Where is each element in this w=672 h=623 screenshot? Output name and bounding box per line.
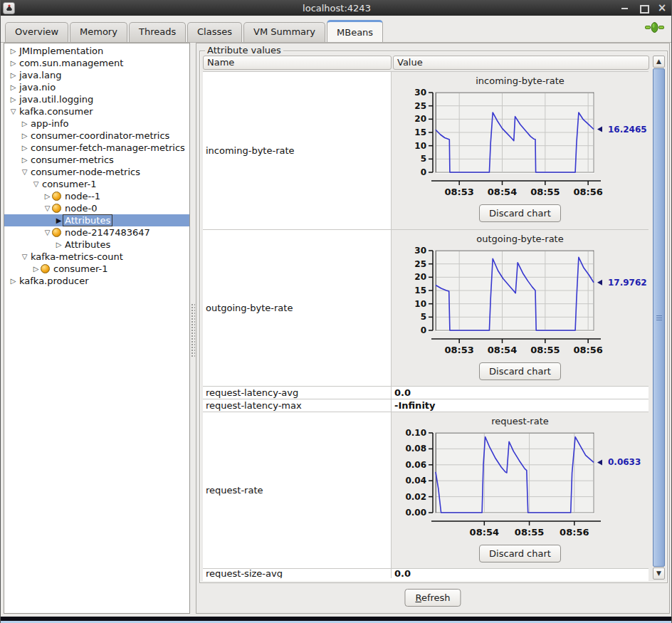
tree-item-label[interactable]: Attributes [63,215,112,226]
tree-item-consumer-metrics[interactable]: ▷consumer-metrics [4,154,189,166]
tree-item-kafka-metrics-count[interactable]: ▽kafka-metrics-count [4,251,189,263]
attr-name[interactable]: request-latency-max [203,399,392,412]
tree-item-label[interactable]: Attributes [63,239,112,250]
tree-item-kafka-producer[interactable]: ▷kafka.producer [4,275,189,287]
tree-item-jmimplementation[interactable]: ▷JMImplementation [4,45,189,57]
minimize-icon[interactable] [620,3,630,13]
tree-item-com-sun-management[interactable]: ▷com.sun.management [4,57,189,69]
tree-item-node-2147483647[interactable]: ▽node-2147483647 [4,226,189,239]
svg-text:08:56: 08:56 [573,345,602,355]
attr-value[interactable]: -Infinity [392,399,649,412]
tab-classes[interactable]: Classes [187,22,242,42]
tree-item-label[interactable]: consumer-fetch-manager-metrics [29,142,187,153]
maximize-icon[interactable] [639,3,649,13]
tree-item-java-lang[interactable]: ▷java.lang [4,69,189,81]
tree-expand-icon[interactable]: ▷ [20,132,29,140]
tree-item-label[interactable]: consumer-1 [41,179,98,189]
tree-item-label[interactable]: java.nio [18,82,57,93]
split-pane-divider[interactable] [190,43,196,614]
tree-item-java-nio[interactable]: ▷java.nio [4,81,189,93]
tree-collapse-icon[interactable]: ▽ [43,204,52,212]
tree-collapse-icon[interactable]: ▽ [20,168,29,176]
refresh-button[interactable]: Refresh [404,589,461,607]
tree-item-label[interactable]: node-2147483647 [63,227,152,238]
tree-item-label[interactable]: java.util.logging [18,94,95,105]
attr-name[interactable]: request-rate [203,412,392,568]
tree-item-consumer-fetch-manager-metrics[interactable]: ▷consumer-fetch-manager-metrics [4,142,189,154]
column-header-value[interactable]: Value [393,56,649,70]
tree-expand-icon[interactable]: ▷ [31,265,41,273]
attr-value[interactable]: 0.0 [392,387,649,399]
tree-expand-icon[interactable]: ▷ [9,47,18,55]
tree-item-label[interactable]: consumer-1 [52,263,110,274]
tree-item-attributes[interactable]: ▷Attributes [4,239,189,251]
tree-collapse-icon[interactable]: ▽ [20,253,29,261]
close-icon[interactable]: × [657,3,667,13]
tree-expand-icon[interactable]: ▷ [20,120,29,127]
tree-expand-icon[interactable]: ▷ [9,71,18,79]
column-header-name[interactable]: Name [203,56,392,70]
table-row: request-latency-max -Infinity [203,399,649,412]
tab-threads[interactable]: Threads [129,22,186,42]
discard-chart-button[interactable]: Discard chart [479,362,561,380]
tab-bar: OverviewMemoryThreadsClassesVM SummaryMB… [1,16,672,43]
tree-expand-icon[interactable]: ▷ [9,95,18,103]
svg-text:5: 5 [420,154,426,164]
tree-item-java-util-logging[interactable]: ▷java.util.logging [4,93,189,105]
vertical-scrollbar[interactable]: ▲ ▼ [653,56,665,580]
svg-text:10: 10 [414,141,426,151]
tree-item-node-1[interactable]: ▷node--1 [4,190,189,202]
tree-item-consumer-node-metrics[interactable]: ▽consumer-node-metrics [4,166,189,178]
attr-name[interactable]: incoming-byte-rate [203,72,392,229]
tree-expand-icon[interactable]: ▶ [54,216,63,224]
tree-expand-icon[interactable]: ▷ [9,59,18,67]
tab-mbeans[interactable]: MBeans [327,20,383,42]
tree-item-label[interactable]: node-0 [63,203,98,214]
discard-chart-button[interactable]: Discard chart [479,545,561,562]
tab-memory[interactable]: Memory [70,22,127,42]
tab-overview[interactable]: Overview [5,22,68,42]
tree-item-label[interactable]: node--1 [63,191,102,201]
tree-item-consumer-1[interactable]: ▽consumer-1 [4,178,189,190]
tree-item-consumer-1[interactable]: ▷consumer-1 [4,263,189,275]
attr-name[interactable]: outgoing-byte-rate [203,230,392,386]
tree-item-label[interactable]: consumer-metrics [29,155,115,165]
tree-expand-icon[interactable]: ▷ [54,241,63,248]
tree-item-consumer-coordinator-metrics[interactable]: ▷consumer-coordinator-metrics [4,130,189,142]
attr-name[interactable]: request-latency-avg [203,387,392,399]
tree-item-label[interactable]: JMImplementation [18,46,105,56]
tree-collapse-icon[interactable]: ▽ [43,229,52,236]
scroll-up-icon[interactable]: ▲ [653,56,665,68]
chart-title: incoming-byte-rate [476,75,565,88]
group-title: Attribute values [205,45,283,56]
scroll-down-icon[interactable]: ▼ [653,567,665,580]
svg-text:20: 20 [414,114,426,124]
attr-value[interactable]: 0.0 [392,569,649,578]
tree-item-attributes[interactable]: ▶Attributes [4,214,189,226]
svg-text:10: 10 [414,299,426,309]
tree-collapse-icon[interactable]: ▽ [9,108,18,115]
tree-item-label[interactable]: kafka.consumer [18,106,95,117]
table-row: request-size-avg 0.0 [203,569,649,578]
tree-item-label[interactable]: java.lang [18,70,63,80]
tree-collapse-icon[interactable]: ▽ [31,180,41,188]
tree-expand-icon[interactable]: ▷ [9,277,18,285]
tree-expand-icon[interactable]: ▷ [43,192,52,200]
tree-expand-icon[interactable]: ▷ [20,156,29,164]
tab-vm-summary[interactable]: VM Summary [243,22,325,42]
tree-expand-icon[interactable]: ▷ [9,83,18,91]
tree-item-app-info[interactable]: ▷app-info [4,117,189,130]
attr-name[interactable]: request-size-avg [203,569,392,578]
tree-item-label[interactable]: kafka.producer [18,276,90,286]
discard-chart-button[interactable]: Discard chart [479,204,561,222]
tree-item-label[interactable]: com.sun.management [18,58,125,68]
tree-item-kafka-consumer[interactable]: ▽kafka.consumer [4,105,189,117]
tree-item-label[interactable]: consumer-coordinator-metrics [29,130,171,141]
scrollbar-thumb[interactable] [653,68,665,567]
splitter-grip[interactable] [191,303,195,357]
tree-item-label[interactable]: kafka-metrics-count [29,251,125,262]
tree-expand-icon[interactable]: ▷ [20,144,29,152]
tree-item-label[interactable]: app-info [29,118,70,129]
tree-item-label[interactable]: consumer-node-metrics [29,167,142,177]
tree-item-node-0[interactable]: ▽node-0 [4,202,189,214]
